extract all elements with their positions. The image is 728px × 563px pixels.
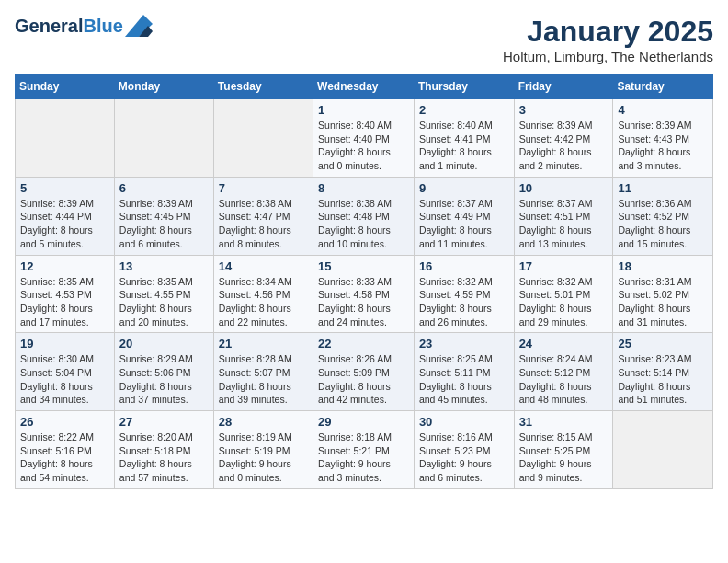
day-number: 6 (119, 181, 209, 195)
day-number: 22 (318, 337, 409, 350)
day-number: 4 (618, 103, 708, 117)
weekday-header-sunday: Sunday (16, 75, 115, 99)
calendar-cell (114, 99, 213, 178)
day-number: 29 (318, 415, 409, 429)
location-subtitle: Holtum, Limburg, The Netherlands (503, 49, 713, 64)
day-number: 3 (519, 103, 609, 117)
day-number: 2 (419, 103, 509, 117)
calendar-cell: 23Sunrise: 8:25 AMSunset: 5:11 PMDayligh… (414, 333, 514, 411)
calendar-cell: 8Sunrise: 8:38 AMSunset: 4:48 PMDaylight… (313, 177, 415, 255)
day-info: Sunrise: 8:20 AMSunset: 5:18 PMDaylight:… (119, 431, 209, 485)
calendar-cell: 15Sunrise: 8:33 AMSunset: 4:58 PMDayligh… (313, 255, 415, 333)
day-info: Sunrise: 8:25 AMSunset: 5:11 PMDaylight:… (419, 352, 509, 407)
day-number: 31 (519, 415, 609, 429)
day-number: 18 (618, 259, 708, 273)
day-number: 17 (519, 259, 609, 273)
calendar-cell: 18Sunrise: 8:31 AMSunset: 5:02 PMDayligh… (613, 255, 713, 333)
calendar-cell (613, 411, 713, 489)
day-info: Sunrise: 8:37 AMSunset: 4:49 PMDaylight:… (419, 197, 509, 251)
calendar-cell: 25Sunrise: 8:23 AMSunset: 5:14 PMDayligh… (613, 333, 713, 411)
calendar-week-row: 5Sunrise: 8:39 AMSunset: 4:44 PMDaylight… (16, 177, 713, 255)
calendar-week-row: 1Sunrise: 8:40 AMSunset: 4:40 PMDaylight… (16, 99, 713, 178)
day-info: Sunrise: 8:30 AMSunset: 5:04 PMDaylight:… (20, 352, 109, 407)
logo-icon (125, 15, 153, 37)
weekday-header-row: SundayMondayTuesdayWednesdayThursdayFrid… (16, 75, 713, 99)
day-info: Sunrise: 8:34 AMSunset: 4:56 PMDaylight:… (219, 275, 308, 329)
calendar-cell (16, 99, 115, 178)
day-info: Sunrise: 8:39 AMSunset: 4:44 PMDaylight:… (20, 197, 109, 251)
day-info: Sunrise: 8:35 AMSunset: 4:55 PMDaylight:… (119, 275, 209, 329)
day-info: Sunrise: 8:19 AMSunset: 5:19 PMDaylight:… (219, 431, 308, 485)
day-info: Sunrise: 8:31 AMSunset: 5:02 PMDaylight:… (618, 275, 708, 329)
day-info: Sunrise: 8:22 AMSunset: 5:16 PMDaylight:… (20, 431, 109, 485)
day-number: 13 (119, 259, 209, 273)
day-number: 21 (219, 337, 308, 350)
calendar-cell: 4Sunrise: 8:39 AMSunset: 4:43 PMDaylight… (613, 99, 713, 178)
calendar-cell: 9Sunrise: 8:37 AMSunset: 4:49 PMDaylight… (414, 177, 514, 255)
calendar-cell: 17Sunrise: 8:32 AMSunset: 5:01 PMDayligh… (514, 255, 613, 333)
day-number: 23 (419, 337, 509, 350)
day-number: 7 (219, 181, 308, 195)
weekday-header-tuesday: Tuesday (213, 75, 313, 99)
page-header: GeneralBlue January 2025 Holtum, Limburg… (15, 15, 713, 64)
calendar-cell: 19Sunrise: 8:30 AMSunset: 5:04 PMDayligh… (16, 333, 115, 411)
calendar-cell: 20Sunrise: 8:29 AMSunset: 5:06 PMDayligh… (114, 333, 213, 411)
calendar-cell: 24Sunrise: 8:24 AMSunset: 5:12 PMDayligh… (514, 333, 613, 411)
day-number: 11 (618, 181, 708, 195)
calendar-week-row: 19Sunrise: 8:30 AMSunset: 5:04 PMDayligh… (16, 333, 713, 411)
day-number: 8 (318, 181, 409, 195)
calendar-cell: 14Sunrise: 8:34 AMSunset: 4:56 PMDayligh… (213, 255, 313, 333)
calendar-cell: 11Sunrise: 8:36 AMSunset: 4:52 PMDayligh… (613, 177, 713, 255)
calendar-cell: 16Sunrise: 8:32 AMSunset: 4:59 PMDayligh… (414, 255, 514, 333)
day-info: Sunrise: 8:35 AMSunset: 4:53 PMDaylight:… (20, 275, 109, 329)
calendar-cell: 26Sunrise: 8:22 AMSunset: 5:16 PMDayligh… (16, 411, 115, 489)
day-number: 5 (20, 181, 109, 195)
day-info: Sunrise: 8:24 AMSunset: 5:12 PMDaylight:… (519, 352, 609, 407)
calendar-cell: 13Sunrise: 8:35 AMSunset: 4:55 PMDayligh… (114, 255, 213, 333)
day-number: 28 (219, 415, 308, 429)
calendar-cell: 3Sunrise: 8:39 AMSunset: 4:42 PMDaylight… (514, 99, 613, 178)
day-info: Sunrise: 8:39 AMSunset: 4:42 PMDaylight:… (519, 119, 609, 173)
day-info: Sunrise: 8:38 AMSunset: 4:48 PMDaylight:… (318, 197, 409, 251)
day-info: Sunrise: 8:39 AMSunset: 4:45 PMDaylight:… (119, 197, 209, 251)
day-info: Sunrise: 8:29 AMSunset: 5:06 PMDaylight:… (119, 352, 209, 407)
day-number: 26 (20, 415, 109, 429)
day-number: 19 (20, 337, 109, 350)
calendar-cell: 27Sunrise: 8:20 AMSunset: 5:18 PMDayligh… (114, 411, 213, 489)
day-number: 25 (618, 337, 708, 350)
day-info: Sunrise: 8:39 AMSunset: 4:43 PMDaylight:… (618, 119, 708, 173)
month-title: January 2025 (503, 15, 713, 49)
day-number: 24 (519, 337, 609, 350)
day-info: Sunrise: 8:15 AMSunset: 5:25 PMDaylight:… (519, 431, 609, 485)
logo: GeneralBlue (15, 15, 153, 37)
day-number: 1 (318, 103, 409, 117)
day-number: 27 (119, 415, 209, 429)
calendar-cell: 28Sunrise: 8:19 AMSunset: 5:19 PMDayligh… (213, 411, 313, 489)
day-info: Sunrise: 8:40 AMSunset: 4:41 PMDaylight:… (419, 119, 509, 173)
weekday-header-wednesday: Wednesday (313, 75, 415, 99)
day-info: Sunrise: 8:26 AMSunset: 5:09 PMDaylight:… (318, 352, 409, 407)
calendar-cell (213, 99, 313, 178)
weekday-header-monday: Monday (114, 75, 213, 99)
day-number: 9 (419, 181, 509, 195)
day-info: Sunrise: 8:36 AMSunset: 4:52 PMDaylight:… (618, 197, 708, 251)
day-info: Sunrise: 8:23 AMSunset: 5:14 PMDaylight:… (618, 352, 708, 407)
day-info: Sunrise: 8:32 AMSunset: 4:59 PMDaylight:… (419, 275, 509, 329)
day-number: 15 (318, 259, 409, 273)
day-number: 16 (419, 259, 509, 273)
calendar-cell: 2Sunrise: 8:40 AMSunset: 4:41 PMDaylight… (414, 99, 514, 178)
day-info: Sunrise: 8:28 AMSunset: 5:07 PMDaylight:… (219, 352, 308, 407)
day-info: Sunrise: 8:37 AMSunset: 4:51 PMDaylight:… (519, 197, 609, 251)
calendar-week-row: 12Sunrise: 8:35 AMSunset: 4:53 PMDayligh… (16, 255, 713, 333)
day-info: Sunrise: 8:40 AMSunset: 4:40 PMDaylight:… (318, 119, 409, 173)
calendar-cell: 5Sunrise: 8:39 AMSunset: 4:44 PMDaylight… (16, 177, 115, 255)
calendar-cell: 12Sunrise: 8:35 AMSunset: 4:53 PMDayligh… (16, 255, 115, 333)
day-number: 12 (20, 259, 109, 273)
calendar-cell: 7Sunrise: 8:38 AMSunset: 4:47 PMDaylight… (213, 177, 313, 255)
calendar-cell: 21Sunrise: 8:28 AMSunset: 5:07 PMDayligh… (213, 333, 313, 411)
calendar-cell: 22Sunrise: 8:26 AMSunset: 5:09 PMDayligh… (313, 333, 415, 411)
calendar-cell: 1Sunrise: 8:40 AMSunset: 4:40 PMDaylight… (313, 99, 415, 178)
day-number: 10 (519, 181, 609, 195)
calendar-cell: 6Sunrise: 8:39 AMSunset: 4:45 PMDaylight… (114, 177, 213, 255)
logo-text: GeneralBlue (15, 16, 123, 36)
